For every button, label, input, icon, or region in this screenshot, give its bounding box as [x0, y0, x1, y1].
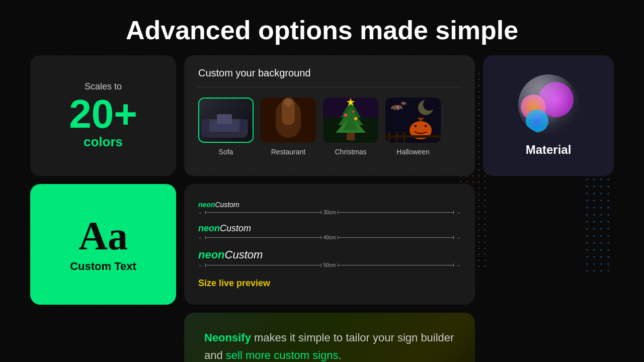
thumb-item-restaurant[interactable]: Restaurant [261, 98, 316, 156]
main-grid: Scales to 20+ colors Custom your backgro… [0, 55, 644, 362]
svg-rect-14 [347, 133, 355, 140]
thumb-sofa[interactable] [198, 98, 254, 143]
arrow-left-50: ← [198, 262, 203, 268]
ruler-line-40 [205, 237, 321, 238]
size-value-30: 30cm [324, 210, 336, 215]
thumb-label-restaurant: Restaurant [271, 148, 305, 156]
neon-text-40: neonCustom [198, 223, 461, 234]
custom-word-40: Custom [220, 223, 251, 233]
thumb-item-sofa[interactable]: Sofa [198, 98, 254, 156]
card-custom-text: Aa Custom Text [30, 184, 176, 305]
ruler-line-40b [338, 237, 454, 238]
svg-text:🦇: 🦇 [400, 100, 407, 107]
arrow-right-40: → [456, 235, 461, 240]
scales-colors: colors [84, 134, 123, 150]
card-material: Material [483, 55, 614, 176]
ruler-line-50b [338, 265, 454, 265]
neon-word-40: neon [198, 223, 220, 233]
ruler-line-50 [205, 265, 321, 265]
arrow-left-40: ← [198, 235, 203, 240]
ruler-50: ← 50cm → [198, 262, 461, 268]
svg-rect-30 [388, 132, 390, 143]
card-background: Custom your background Sofa [184, 55, 475, 176]
svg-rect-3 [204, 132, 245, 136]
material-orb [518, 74, 579, 135]
svg-point-16 [354, 117, 357, 120]
neon-text-30: neonCustom [198, 201, 461, 209]
neonsify-text-after: . [339, 349, 342, 361]
christmas-image [323, 98, 378, 143]
arrow-left-30: ← [198, 210, 203, 215]
ruler-line-30 [205, 212, 321, 213]
arrow-right-30: → [456, 210, 461, 215]
svg-rect-2 [239, 119, 247, 137]
custom-word-50: Custom [225, 248, 263, 261]
size-value-40: 40cm [324, 235, 336, 240]
svg-point-18 [352, 111, 354, 113]
neonsify-brand: Neonsify [204, 331, 251, 344]
thumb-christmas[interactable] [323, 98, 378, 143]
svg-point-15 [344, 114, 347, 117]
size-item-30: neonCustom ← 30cm → [198, 201, 461, 215]
svg-point-8 [284, 99, 292, 107]
card-neonsify: Neonsify makes it simple to tailor your … [184, 313, 475, 362]
neon-word-50: neon [198, 248, 225, 261]
background-thumbnails: Sofa Restaurant [198, 98, 461, 156]
thumb-item-christmas[interactable]: Christmas [323, 98, 378, 156]
material-label: Material [526, 143, 572, 157]
neon-text-50: neonCustom [198, 248, 461, 261]
scales-number: 20+ [69, 94, 137, 134]
thumb-label-christmas: Christmas [335, 148, 366, 156]
svg-rect-29 [385, 135, 441, 138]
thumb-restaurant[interactable] [261, 98, 316, 143]
scales-label: Scales to [85, 81, 122, 92]
ruler-line-30b [338, 212, 454, 213]
bg-divider [198, 87, 461, 87]
thumb-label-sofa: Sofa [219, 148, 233, 156]
background-title: Custom your background [198, 67, 461, 79]
thumb-halloween[interactable]: 🦇 🦇 [385, 98, 441, 143]
size-value-50: 50cm [324, 262, 336, 268]
neon-word-30: neon [198, 201, 215, 209]
arrow-right-50: → [456, 262, 461, 268]
restaurant-image [261, 98, 316, 143]
thumb-item-halloween[interactable]: 🦇 🦇 Halloween [385, 98, 441, 156]
ruler-40: ← 40cm → [198, 235, 461, 240]
card-scales: Scales to 20+ colors [30, 55, 176, 176]
size-item-50: neonCustom ← 50cm → [198, 248, 461, 268]
custom-text-label: Custom Text [70, 260, 136, 273]
svg-rect-31 [395, 132, 398, 143]
neonsify-paragraph: Neonsify makes it simple to tailor your … [204, 329, 455, 362]
custom-text-aa: Aa [78, 216, 128, 256]
orb-glass [518, 74, 579, 135]
size-item-40: neonCustom ← 40cm → [198, 223, 461, 240]
svg-point-17 [347, 124, 350, 127]
svg-text:🦇: 🦇 [390, 104, 399, 112]
svg-rect-32 [403, 132, 406, 143]
neonsify-highlight: sell more custom signs [226, 349, 339, 361]
card-size: neonCustom ← 30cm → neonCustom ← 40cm → [184, 184, 475, 305]
custom-word-30: Custom [215, 201, 239, 209]
orb-inner [518, 74, 579, 135]
svg-point-22 [423, 99, 435, 111]
thumb-label-halloween: Halloween [396, 148, 429, 156]
page-title: Advanced options made simple [0, 0, 644, 55]
halloween-image: 🦇 🦇 [385, 98, 441, 143]
sofa-image [199, 99, 253, 142]
size-preview-label: Size live preview [198, 278, 461, 289]
svg-rect-4 [217, 114, 232, 124]
ruler-30: ← 30cm → [198, 210, 461, 215]
